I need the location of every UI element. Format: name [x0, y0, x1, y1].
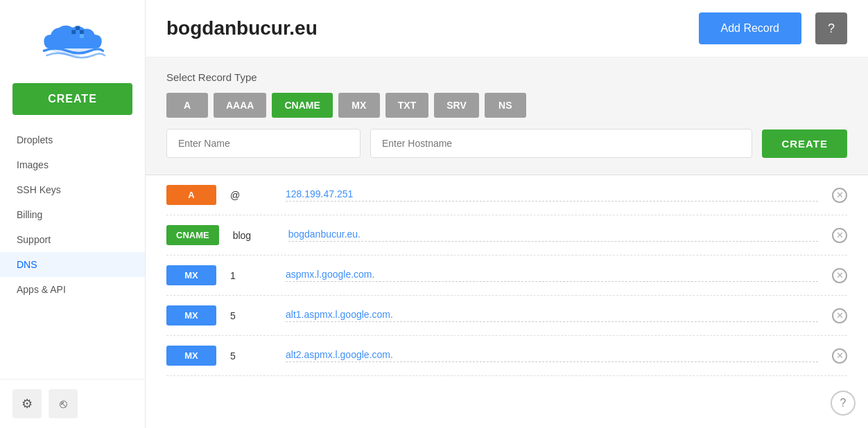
- table-row: CNAME blog bogdanbucur.eu. ✕: [166, 215, 847, 256]
- record-value: aspmx.l.google.com.: [286, 269, 818, 282]
- sidebar-item-droplets[interactable]: Droplets: [0, 127, 145, 152]
- table-row: A @ 128.199.47.251 ✕: [166, 175, 847, 215]
- record-name: @: [230, 190, 272, 201]
- domain-title: bogdanbucur.eu: [166, 17, 685, 39]
- svg-rect-3: [80, 30, 84, 34]
- table-row: MX 1 aspmx.l.google.com. ✕: [166, 256, 847, 296]
- record-type-srv[interactable]: SRV: [434, 93, 479, 118]
- close-icon: ✕: [832, 188, 847, 203]
- logout-icon: ⎋: [60, 397, 67, 411]
- hostname-input[interactable]: [370, 129, 752, 158]
- record-type-mx[interactable]: MX: [338, 93, 380, 118]
- sidebar: CREATE Droplets Images SSH Keys Billing …: [0, 0, 146, 428]
- sidebar-item-apps-api[interactable]: Apps & API: [0, 277, 145, 302]
- sidebar-footer: ⚙ ⎋: [0, 379, 145, 428]
- help-button[interactable]: ?: [815, 12, 847, 44]
- record-type-buttons: A AAAA CNAME MX TXT SRV NS: [166, 93, 847, 118]
- add-record-button[interactable]: Add Record: [699, 12, 802, 44]
- record-type-aaaa[interactable]: AAAA: [214, 93, 266, 118]
- select-record-type-label: Select Record Type: [166, 71, 847, 83]
- record-type-badge: CNAME: [166, 225, 219, 245]
- record-value: 128.199.47.251: [286, 188, 818, 202]
- table-row: MX 5 alt1.aspmx.l.google.com. ✕: [166, 296, 847, 336]
- delete-record-button[interactable]: ✕: [832, 348, 847, 364]
- sidebar-item-ssh-keys[interactable]: SSH Keys: [0, 177, 145, 202]
- record-type-badge: MX: [166, 346, 216, 366]
- name-input[interactable]: [166, 129, 361, 158]
- record-value: alt1.aspmx.l.google.com.: [286, 309, 818, 322]
- close-icon: ✕: [832, 308, 847, 323]
- delete-record-button[interactable]: ✕: [832, 188, 847, 203]
- help-circle-bottom[interactable]: ?: [831, 391, 856, 416]
- delete-record-button[interactable]: ✕: [832, 268, 847, 283]
- settings-button[interactable]: ⚙: [12, 389, 42, 418]
- create-sidebar-button[interactable]: CREATE: [12, 83, 132, 115]
- sidebar-item-dns[interactable]: DNS: [0, 252, 145, 277]
- record-value: alt2.aspmx.l.google.com.: [286, 349, 818, 362]
- form-row: CREATE: [166, 129, 847, 158]
- record-form-area: Select Record Type A AAAA CNAME MX TXT S…: [146, 57, 868, 175]
- logo-area: [0, 0, 145, 83]
- help-circle-icon: ?: [840, 397, 847, 409]
- record-value: bogdanbucur.eu.: [288, 229, 818, 242]
- sidebar-nav: Droplets Images SSH Keys Billing Support…: [0, 127, 145, 302]
- delete-record-button[interactable]: ✕: [832, 228, 847, 243]
- header: bogdanbucur.eu Add Record ?: [146, 0, 868, 57]
- close-icon: ✕: [832, 268, 847, 283]
- help-icon: ?: [828, 21, 835, 36]
- record-name: 5: [230, 350, 272, 362]
- record-type-a[interactable]: A: [166, 93, 208, 118]
- close-icon: ✕: [832, 228, 847, 243]
- main-content: bogdanbucur.eu Add Record ? Select Recor…: [146, 0, 868, 428]
- record-type-ns[interactable]: NS: [485, 93, 526, 118]
- records-list: A @ 128.199.47.251 ✕ CNAME blog bogdanbu…: [146, 175, 868, 428]
- record-name: blog: [233, 230, 275, 241]
- sidebar-item-support[interactable]: Support: [0, 227, 145, 252]
- record-type-badge: MX: [166, 265, 216, 285]
- record-type-txt[interactable]: TXT: [385, 93, 428, 118]
- svg-rect-4: [80, 34, 84, 38]
- logout-button[interactable]: ⎋: [49, 389, 78, 418]
- sidebar-item-billing[interactable]: Billing: [0, 202, 145, 227]
- record-type-cname[interactable]: CNAME: [272, 93, 332, 118]
- gear-icon: ⚙: [21, 396, 33, 411]
- delete-record-button[interactable]: ✕: [832, 308, 847, 323]
- sidebar-item-images[interactable]: Images: [0, 152, 145, 177]
- record-name: 5: [230, 310, 272, 321]
- table-row: MX 5 alt2.aspmx.l.google.com. ✕: [166, 336, 847, 376]
- close-icon: ✕: [832, 348, 847, 364]
- logo-icon: [38, 17, 107, 66]
- record-name: 1: [230, 270, 272, 281]
- svg-rect-2: [76, 26, 80, 30]
- svg-rect-1: [71, 30, 76, 34]
- create-record-button[interactable]: CREATE: [762, 130, 847, 158]
- record-type-badge: A: [166, 185, 216, 205]
- record-type-badge: MX: [166, 305, 216, 326]
